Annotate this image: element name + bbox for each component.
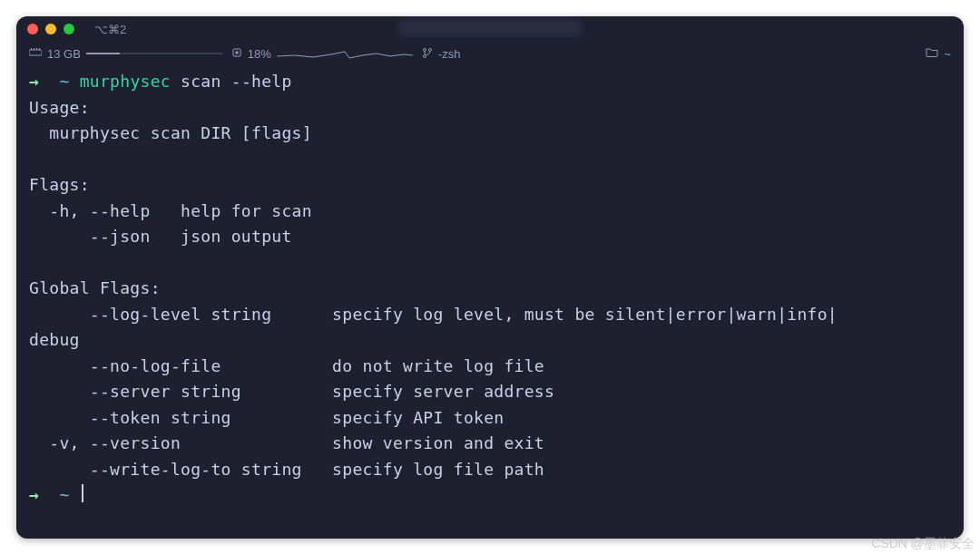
out-g-nologfile: --no-log-file do not write log file bbox=[29, 356, 544, 375]
command-name: murphysec bbox=[80, 72, 171, 91]
shell-section: -zsh bbox=[422, 47, 461, 61]
out-flags-header: Flags: bbox=[29, 175, 90, 194]
out-flag-help: -h, --help help for scan bbox=[29, 201, 312, 220]
prompt-arrow-2: → bbox=[29, 485, 39, 504]
out-g-server: --server string specify server address bbox=[29, 382, 554, 401]
svg-rect-2 bbox=[34, 48, 34, 50]
out-g-loglevel: --log-level string specify log level, mu… bbox=[29, 305, 838, 324]
out-global-header: Global Flags: bbox=[29, 278, 161, 297]
out-g-debug: debug bbox=[29, 330, 80, 349]
maximize-button[interactable] bbox=[64, 24, 74, 34]
memory-value: 13 GB bbox=[47, 47, 81, 61]
cwd-section: ~ bbox=[926, 47, 951, 61]
shell-value: -zsh bbox=[438, 47, 461, 61]
svg-point-8 bbox=[428, 48, 431, 51]
memory-icon bbox=[29, 47, 42, 60]
svg-rect-3 bbox=[36, 48, 37, 50]
out-usage-header: Usage: bbox=[29, 98, 90, 117]
tab-label: ⌥⌘2 bbox=[94, 23, 126, 36]
status-bar: 13 GB 18% -zsh ~ bbox=[16, 42, 964, 65]
close-button[interactable] bbox=[27, 24, 38, 34]
svg-rect-4 bbox=[39, 48, 40, 50]
svg-rect-6 bbox=[235, 51, 238, 53]
out-usage-line: murphysec scan DIR [flags] bbox=[29, 123, 312, 142]
command-args: scan --help bbox=[181, 72, 292, 91]
watermark: CSDN @墨菲安全 bbox=[871, 536, 975, 552]
folder-icon bbox=[926, 47, 938, 60]
svg-rect-0 bbox=[29, 50, 42, 55]
svg-point-7 bbox=[423, 48, 426, 51]
memory-bar bbox=[86, 53, 222, 54]
out-g-token: --token string specify API token bbox=[29, 408, 504, 427]
cpu-sparkline bbox=[277, 47, 413, 60]
memory-section: 13 GB bbox=[29, 47, 222, 61]
out-g-version: -v, --version show version and exit bbox=[29, 433, 544, 452]
prompt-arrow: → bbox=[29, 72, 39, 91]
prompt-path-2: ~ bbox=[59, 485, 69, 504]
cpu-section: 18% bbox=[231, 47, 413, 61]
cursor bbox=[82, 484, 83, 502]
cwd-value: ~ bbox=[944, 47, 951, 61]
cpu-icon bbox=[231, 47, 242, 61]
svg-point-9 bbox=[423, 54, 426, 57]
prompt-path: ~ bbox=[59, 72, 69, 91]
svg-rect-1 bbox=[31, 48, 32, 50]
branch-icon bbox=[422, 47, 433, 61]
title-bar: ⌥⌘2 bbox=[16, 16, 964, 42]
terminal-body[interactable]: → ~ murphysec scan --help Usage: murphys… bbox=[16, 65, 964, 512]
title-blur bbox=[399, 20, 581, 36]
traffic-lights bbox=[27, 24, 74, 34]
out-g-writelog: --write-log-to string specify log file p… bbox=[29, 460, 544, 479]
cpu-value: 18% bbox=[248, 47, 271, 61]
out-flag-json: --json json output bbox=[29, 227, 292, 246]
terminal-window: ⌥⌘2 13 GB 18% -zsh bbox=[16, 16, 964, 539]
minimize-button[interactable] bbox=[45, 24, 56, 34]
